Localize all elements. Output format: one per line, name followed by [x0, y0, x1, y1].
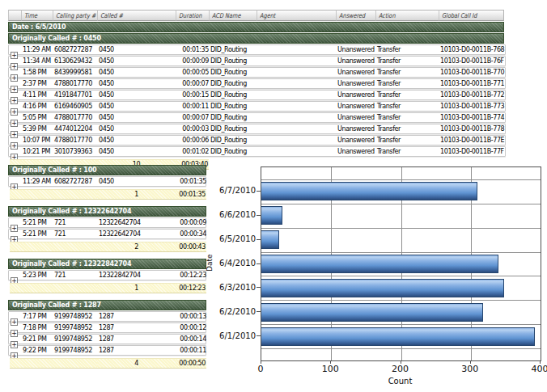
cell-called: 0450	[98, 45, 176, 54]
cell-calling: 9199748952	[53, 335, 98, 344]
cell-acd: DID_Routing	[210, 45, 257, 54]
cell-agent	[257, 57, 337, 65]
group-header: Originally Called # : 12322842704	[8, 259, 206, 269]
table-row: +5:05 PM4788017770045000:00:07DID_Routin…	[8, 112, 506, 123]
cell-called: 12322642704	[98, 218, 176, 227]
cell-called: 0450	[98, 147, 176, 156]
group-header: Originally Called # : 1287	[8, 300, 206, 310]
cell-called: 0450	[98, 113, 176, 122]
y-tick-label: 6/7/2010	[209, 186, 256, 195]
cell-calling: 9199748952	[53, 346, 98, 355]
bar-6-5-2010	[261, 230, 279, 249]
cell-time: 7:17 PM	[22, 312, 53, 321]
cell-calling: 6169460905	[53, 102, 98, 111]
cell-agent	[257, 136, 337, 145]
cell-calling: 721	[53, 218, 98, 227]
column-header-expand	[8, 10, 21, 21]
summary-count: 4	[97, 358, 176, 369]
cell-acd: DID_Routing	[210, 79, 257, 88]
column-header-row: TimeCalling party #Called #DurationACD N…	[8, 10, 506, 21]
expand-cell: +	[9, 147, 22, 156]
cell-global: 10103-D0-0011B-770	[439, 68, 505, 77]
x-axis-title: Count	[261, 377, 540, 386]
y-tick-label: 6/3/2010	[209, 283, 256, 292]
cell-called: 1287	[98, 312, 176, 321]
cell-global: 10103-D0-0011B-76F	[439, 57, 505, 65]
expand-cell: +	[9, 218, 22, 227]
y-tick-label: 6/2/2010	[209, 307, 256, 316]
cell-duration: 00:00:11	[176, 102, 210, 111]
cell-duration: 00:01:35	[176, 45, 210, 54]
cell-action: Transfer	[376, 113, 439, 122]
cell-global: 10103-D0-0011B-771	[439, 79, 505, 88]
summary-spacer	[10, 358, 97, 369]
summary-row: 200:00:43	[10, 242, 208, 252]
cell-agent	[257, 113, 337, 122]
column-header-label: ACD Name	[212, 11, 240, 21]
table-row: +11:29 AM6082727287045000:01:35DID_Routi…	[8, 44, 506, 55]
cell-global: 10103-D0-0011B-772	[439, 91, 505, 99]
table-row: +5:23 PM7211232284270400:12:23	[8, 270, 206, 280]
expand-cell: +	[9, 91, 22, 99]
cell-duration: 00:00:07	[176, 113, 210, 122]
y-tick-mark	[257, 263, 261, 264]
cell-time: 2:37 PM	[22, 79, 53, 88]
group-header: Originally Called # : 0450	[8, 33, 504, 44]
group-table: Originally Called # : 12322642704+5:21 P…	[8, 206, 208, 252]
cell-called: 0450	[98, 102, 176, 111]
summary-row: 400:00:50	[10, 358, 208, 369]
expand-cell: +	[9, 335, 22, 344]
table-row: +5:39 PM4474012204045000:00:03DID_Routin…	[8, 124, 506, 134]
cell-acd: DID_Routing	[210, 57, 257, 65]
expand-cell: +	[9, 346, 22, 355]
expand-cell: +	[9, 79, 22, 88]
cell-global: 10103-D0-0011B-77E	[439, 136, 505, 145]
column-header-label: Time	[24, 11, 37, 21]
cell-time: 11:29 AM	[22, 45, 53, 54]
expand-cell: +	[9, 113, 22, 122]
expand-cell: +	[9, 271, 22, 280]
cell-calling: 721	[53, 271, 98, 280]
x-tick-label: 300	[452, 364, 488, 374]
calls-per-day-chart: Date Count 6/7/20106/6/20106/5/20106/4/2…	[202, 155, 547, 392]
group-header: Originally Called # : 12322642704	[8, 206, 206, 217]
table-row: +10:07 PM4788017770045000:00:06DID_Routi…	[8, 135, 506, 145]
table-row: +11:34 AM6130629432045000:00:09DID_Routi…	[8, 56, 506, 66]
column-header-calling: Calling party #	[53, 10, 97, 21]
column-header-called: Called #	[97, 10, 176, 21]
cell-answered: Unanswered	[337, 79, 376, 88]
bar-6-3-2010	[261, 279, 504, 297]
expand-cell: +	[9, 57, 22, 65]
summary-row: 100:01:35	[10, 189, 208, 200]
cell-calling: 6082727287	[53, 45, 98, 54]
cell-called: 12322642704	[98, 230, 176, 238]
expand-cell: +	[9, 136, 22, 145]
cell-time: 11:34 AM	[22, 57, 53, 65]
expand-cell: +	[9, 230, 22, 238]
cell-global: 10103-D0-0011B-773	[439, 102, 505, 111]
cell-acd: DID_Routing	[210, 124, 257, 133]
cell-calling: 6130629432	[53, 57, 98, 65]
cell-action: Transfer	[376, 102, 439, 111]
cell-acd: DID_Routing	[210, 91, 257, 99]
cell-acd: DID_Routing	[210, 113, 257, 122]
bar-6-7-2010	[261, 182, 477, 200]
y-tick-label: 6/6/2010	[209, 210, 256, 219]
column-header-agent: Agent	[257, 10, 336, 21]
cell-calling: 721	[53, 230, 98, 238]
cell-answered: Unanswered	[337, 57, 376, 65]
summary-spacer	[10, 283, 97, 293]
horizontal-gridline	[261, 276, 541, 276]
expand-cell: +	[9, 177, 22, 186]
expand-cell: +	[9, 68, 22, 77]
y-tick-mark	[257, 335, 261, 336]
column-header-action: Action	[375, 10, 439, 21]
column-header-label: Called #	[100, 11, 123, 21]
x-tick-label: 400	[522, 364, 547, 374]
cell-acd: DID_Routing	[210, 102, 257, 111]
summary-spacer	[10, 242, 97, 252]
date-group-header: Date : 6/5/2010	[8, 22, 504, 32]
call-report-page: TimeCalling party #Called #DurationACD N…	[0, 0, 547, 392]
horizontal-gridline	[261, 348, 541, 349]
cell-time: 5:05 PM	[22, 113, 53, 122]
